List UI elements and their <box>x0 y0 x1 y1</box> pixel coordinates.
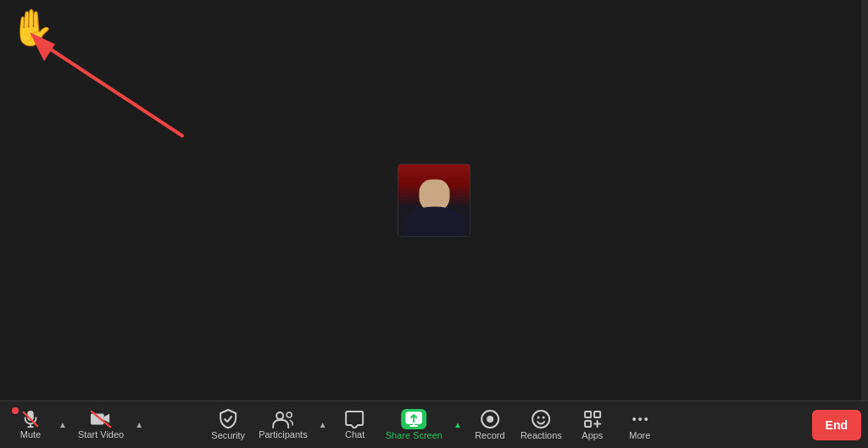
security-icon <box>219 409 237 429</box>
red-arrow-annotation <box>0 0 195 144</box>
share-screen-label: Share Screen <box>386 431 442 440</box>
security-label: Security <box>211 431 245 440</box>
participants-group: Participants ▲ <box>252 402 331 448</box>
microphone-icon <box>21 410 40 428</box>
video-chevron[interactable]: ▲ <box>131 402 147 448</box>
start-video-label: Start Video <box>78 430 124 440</box>
share-screen-group: Share Screen ▲ <box>379 402 466 448</box>
svg-point-7 <box>287 412 292 417</box>
security-button[interactable]: Security <box>204 402 252 448</box>
apps-button[interactable]: Apps <box>569 402 616 448</box>
participants-button[interactable]: Participants <box>252 402 314 448</box>
toolbar: Mute ▲ Start Video ▲ <box>0 400 868 448</box>
chat-label: Chat <box>345 430 364 440</box>
participants-chevron[interactable]: ▲ <box>314 402 331 448</box>
participant-video <box>398 165 470 237</box>
chat-icon <box>345 410 365 428</box>
svg-rect-20 <box>585 421 591 427</box>
toolbar-right: End <box>812 410 861 440</box>
video-area: ✋ <box>0 0 868 400</box>
more-button[interactable]: More <box>616 402 664 448</box>
mute-button[interactable]: Mute <box>7 402 54 448</box>
svg-point-23 <box>632 417 636 421</box>
end-button[interactable]: End <box>812 410 861 440</box>
more-icon <box>630 409 650 429</box>
share-screen-button[interactable]: Share Screen <box>379 402 449 448</box>
camera-off-icon <box>91 410 111 428</box>
svg-rect-19 <box>594 412 600 417</box>
record-button[interactable]: Record <box>466 402 514 448</box>
chat-button[interactable]: Chat <box>331 402 379 448</box>
record-label: Record <box>475 431 504 440</box>
record-icon <box>480 409 500 429</box>
svg-text:+: + <box>545 410 549 417</box>
apps-label: Apps <box>581 431 603 440</box>
scrollbar[interactable] <box>861 0 868 400</box>
participants-icon <box>272 410 294 428</box>
more-label: More <box>629 431 650 440</box>
svg-point-24 <box>638 417 642 421</box>
svg-point-6 <box>276 412 283 419</box>
share-screen-icon <box>401 409 426 429</box>
svg-rect-18 <box>585 412 591 417</box>
svg-marker-1 <box>30 32 55 61</box>
mute-active-indicator <box>12 407 19 414</box>
mute-label: Mute <box>20 430 41 440</box>
share-screen-chevron[interactable]: ▲ <box>449 402 466 448</box>
reactions-icon: + <box>531 409 551 429</box>
toolbar-left: Mute ▲ Start Video ▲ <box>7 402 147 448</box>
svg-point-25 <box>644 417 648 421</box>
mute-chevron[interactable]: ▲ <box>54 402 71 448</box>
start-video-button[interactable]: Start Video <box>71 402 131 448</box>
participants-label: Participants <box>259 430 307 440</box>
svg-line-0 <box>47 47 182 136</box>
svg-point-15 <box>537 417 540 419</box>
apps-icon <box>582 409 603 429</box>
mute-group: Mute ▲ <box>7 402 71 448</box>
toolbar-center: Security Participants ▲ <box>204 402 664 448</box>
svg-point-13 <box>487 416 493 423</box>
reactions-label: Reactions <box>520 431 562 440</box>
reactions-button[interactable]: + Reactions <box>514 402 569 448</box>
start-video-group: Start Video ▲ <box>71 402 147 448</box>
